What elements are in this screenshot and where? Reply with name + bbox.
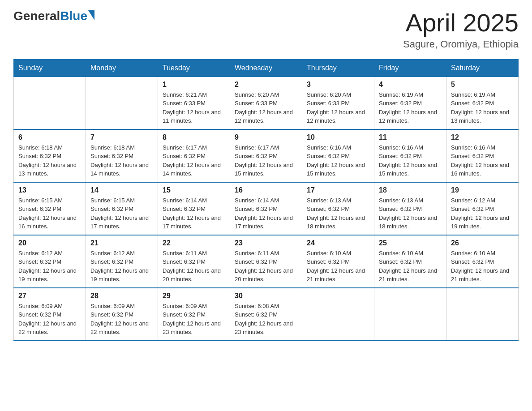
day-cell: 30Sunrise: 6:08 AMSunset: 6:32 PMDayligh…: [230, 288, 302, 341]
header-cell-sunday: Sunday: [14, 59, 86, 77]
day-number: 16: [235, 186, 297, 194]
day-cell: 4Sunrise: 6:19 AMSunset: 6:32 PMDaylight…: [374, 77, 446, 129]
day-cell: 17Sunrise: 6:13 AMSunset: 6:32 PMDayligh…: [302, 182, 374, 235]
week-row-3: 13Sunrise: 6:15 AMSunset: 6:32 PMDayligh…: [14, 182, 519, 235]
day-info: Sunrise: 6:17 AMSunset: 6:32 PMDaylight:…: [235, 143, 297, 178]
day-info: Sunrise: 6:18 AMSunset: 6:32 PMDaylight:…: [18, 143, 81, 178]
day-number: 27: [18, 292, 81, 300]
logo-triangle-icon: [88, 10, 94, 20]
logo-text: General Blue: [13, 9, 94, 23]
day-info: Sunrise: 6:18 AMSunset: 6:32 PMDaylight:…: [90, 143, 153, 178]
day-number: 29: [163, 292, 225, 300]
day-cell: 18Sunrise: 6:13 AMSunset: 6:32 PMDayligh…: [374, 182, 446, 235]
day-cell: 13Sunrise: 6:15 AMSunset: 6:32 PMDayligh…: [14, 182, 86, 235]
header-cell-thursday: Thursday: [302, 59, 374, 77]
day-info: Sunrise: 6:16 AMSunset: 6:32 PMDaylight:…: [451, 143, 514, 178]
logo-blue-part: Blue: [60, 9, 94, 23]
header-cell-tuesday: Tuesday: [158, 59, 230, 77]
day-number: 12: [451, 133, 514, 141]
day-cell: 24Sunrise: 6:10 AMSunset: 6:32 PMDayligh…: [302, 235, 374, 288]
day-number: 30: [235, 292, 297, 300]
day-number: 15: [163, 186, 225, 194]
day-cell: 21Sunrise: 6:12 AMSunset: 6:32 PMDayligh…: [86, 235, 158, 288]
day-number: 23: [235, 239, 297, 247]
day-number: 10: [307, 133, 369, 141]
day-info: Sunrise: 6:10 AMSunset: 6:32 PMDaylight:…: [379, 249, 442, 284]
day-cell: 11Sunrise: 6:16 AMSunset: 6:32 PMDayligh…: [374, 129, 446, 182]
day-info: Sunrise: 6:12 AMSunset: 6:32 PMDaylight:…: [90, 249, 153, 284]
day-number: 17: [307, 186, 369, 194]
day-cell: 20Sunrise: 6:12 AMSunset: 6:32 PMDayligh…: [14, 235, 86, 288]
day-info: Sunrise: 6:21 AMSunset: 6:33 PMDaylight:…: [163, 90, 225, 125]
day-cell: 29Sunrise: 6:09 AMSunset: 6:32 PMDayligh…: [158, 288, 230, 341]
day-number: 7: [90, 133, 153, 141]
day-cell: [14, 77, 86, 129]
day-number: 14: [90, 186, 153, 194]
week-row-1: 1Sunrise: 6:21 AMSunset: 6:33 PMDaylight…: [14, 77, 519, 129]
day-cell: 2Sunrise: 6:20 AMSunset: 6:33 PMDaylight…: [230, 77, 302, 129]
day-cell: 22Sunrise: 6:11 AMSunset: 6:32 PMDayligh…: [158, 235, 230, 288]
day-cell: 3Sunrise: 6:20 AMSunset: 6:33 PMDaylight…: [302, 77, 374, 129]
day-cell: [446, 288, 519, 341]
calendar-table: SundayMondayTuesdayWednesdayThursdayFrid…: [13, 59, 519, 341]
page-header: General Blue April 2025 Sagure, Oromiya,…: [13, 9, 519, 50]
header-cell-friday: Friday: [374, 59, 446, 77]
day-info: Sunrise: 6:09 AMSunset: 6:32 PMDaylight:…: [18, 302, 81, 337]
header-row: SundayMondayTuesdayWednesdayThursdayFrid…: [14, 59, 519, 77]
day-cell: 12Sunrise: 6:16 AMSunset: 6:32 PMDayligh…: [446, 129, 519, 182]
day-info: Sunrise: 6:19 AMSunset: 6:32 PMDaylight:…: [451, 90, 514, 125]
month-title: April 2025: [403, 9, 519, 37]
day-info: Sunrise: 6:12 AMSunset: 6:32 PMDaylight:…: [18, 249, 81, 284]
day-cell: 10Sunrise: 6:16 AMSunset: 6:32 PMDayligh…: [302, 129, 374, 182]
day-cell: 28Sunrise: 6:09 AMSunset: 6:32 PMDayligh…: [86, 288, 158, 341]
day-number: 25: [379, 239, 442, 247]
week-row-2: 6Sunrise: 6:18 AMSunset: 6:32 PMDaylight…: [14, 129, 519, 182]
logo-general: General: [13, 9, 60, 23]
day-info: Sunrise: 6:20 AMSunset: 6:33 PMDaylight:…: [307, 90, 369, 125]
calendar-header: SundayMondayTuesdayWednesdayThursdayFrid…: [14, 59, 519, 77]
day-info: Sunrise: 6:16 AMSunset: 6:32 PMDaylight:…: [307, 143, 369, 178]
day-cell: 9Sunrise: 6:17 AMSunset: 6:32 PMDaylight…: [230, 129, 302, 182]
day-info: Sunrise: 6:19 AMSunset: 6:32 PMDaylight:…: [379, 90, 442, 125]
day-number: 19: [451, 186, 514, 194]
day-info: Sunrise: 6:17 AMSunset: 6:32 PMDaylight:…: [163, 143, 225, 178]
day-number: 26: [451, 239, 514, 247]
day-info: Sunrise: 6:10 AMSunset: 6:32 PMDaylight:…: [307, 249, 369, 284]
day-info: Sunrise: 6:14 AMSunset: 6:32 PMDaylight:…: [163, 196, 225, 231]
day-number: 13: [18, 186, 81, 194]
day-number: 8: [163, 133, 225, 141]
day-number: 2: [235, 81, 297, 89]
day-number: 22: [163, 239, 225, 247]
day-info: Sunrise: 6:16 AMSunset: 6:32 PMDaylight:…: [379, 143, 442, 178]
day-info: Sunrise: 6:15 AMSunset: 6:32 PMDaylight:…: [18, 196, 81, 231]
day-number: 18: [379, 186, 442, 194]
day-cell: 23Sunrise: 6:11 AMSunset: 6:32 PMDayligh…: [230, 235, 302, 288]
day-info: Sunrise: 6:11 AMSunset: 6:32 PMDaylight:…: [235, 249, 297, 284]
day-cell: 6Sunrise: 6:18 AMSunset: 6:32 PMDaylight…: [14, 129, 86, 182]
day-info: Sunrise: 6:12 AMSunset: 6:32 PMDaylight:…: [451, 196, 514, 231]
day-cell: 16Sunrise: 6:14 AMSunset: 6:32 PMDayligh…: [230, 182, 302, 235]
day-cell: [86, 77, 158, 129]
day-number: 1: [163, 81, 225, 89]
day-cell: 15Sunrise: 6:14 AMSunset: 6:32 PMDayligh…: [158, 182, 230, 235]
day-cell: 14Sunrise: 6:15 AMSunset: 6:32 PMDayligh…: [86, 182, 158, 235]
day-cell: [302, 288, 374, 341]
day-cell: 7Sunrise: 6:18 AMSunset: 6:32 PMDaylight…: [86, 129, 158, 182]
day-cell: 1Sunrise: 6:21 AMSunset: 6:33 PMDaylight…: [158, 77, 230, 129]
day-number: 9: [235, 133, 297, 141]
day-info: Sunrise: 6:14 AMSunset: 6:32 PMDaylight:…: [235, 196, 297, 231]
day-number: 11: [379, 133, 442, 141]
day-info: Sunrise: 6:08 AMSunset: 6:32 PMDaylight:…: [235, 302, 297, 337]
day-cell: 8Sunrise: 6:17 AMSunset: 6:32 PMDaylight…: [158, 129, 230, 182]
day-number: 6: [18, 133, 81, 141]
logo: General Blue: [13, 9, 94, 23]
day-cell: 25Sunrise: 6:10 AMSunset: 6:32 PMDayligh…: [374, 235, 446, 288]
day-info: Sunrise: 6:15 AMSunset: 6:32 PMDaylight:…: [90, 196, 153, 231]
day-info: Sunrise: 6:13 AMSunset: 6:32 PMDaylight:…: [307, 196, 369, 231]
day-cell: [374, 288, 446, 341]
day-number: 4: [379, 81, 442, 89]
day-info: Sunrise: 6:11 AMSunset: 6:32 PMDaylight:…: [163, 249, 225, 284]
day-cell: 27Sunrise: 6:09 AMSunset: 6:32 PMDayligh…: [14, 288, 86, 341]
day-info: Sunrise: 6:13 AMSunset: 6:32 PMDaylight:…: [379, 196, 442, 231]
day-number: 3: [307, 81, 369, 89]
